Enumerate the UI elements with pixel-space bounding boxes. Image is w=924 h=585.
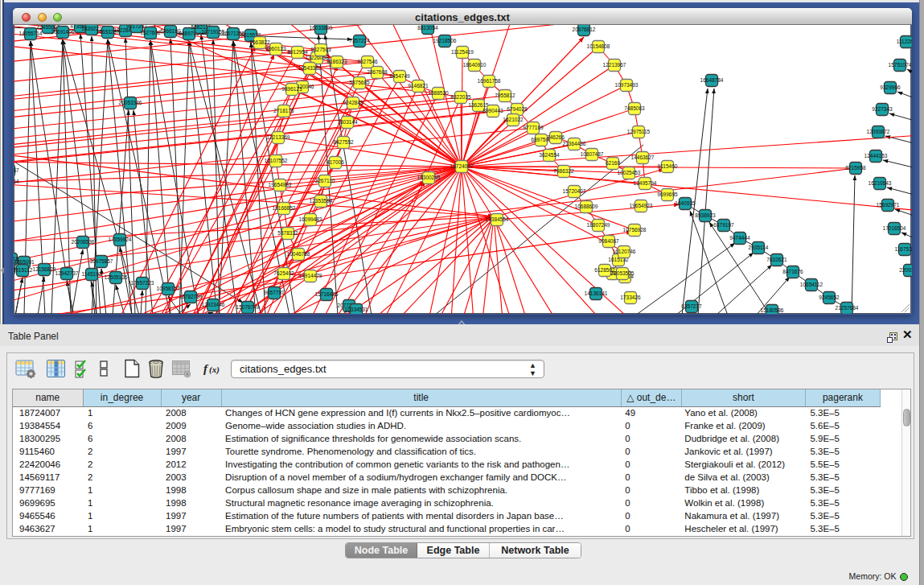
svg-text:2718176: 2718176 xyxy=(273,108,294,113)
svg-text:17016504: 17016504 xyxy=(883,225,906,231)
svg-text:16961758: 16961758 xyxy=(478,78,501,84)
svg-text:10046788: 10046788 xyxy=(287,251,310,257)
svg-text:21257684: 21257684 xyxy=(836,305,859,311)
svg-text:15692971: 15692971 xyxy=(877,202,900,208)
svg-text:12975115: 12975115 xyxy=(627,129,651,134)
svg-text:9146821: 9146821 xyxy=(408,83,429,89)
svg-text:3624554: 3624554 xyxy=(539,152,560,158)
svg-text:7357224: 7357224 xyxy=(349,38,370,43)
svg-text:9699695: 9699695 xyxy=(657,192,678,197)
svg-text:16782759: 16782759 xyxy=(179,294,203,299)
svg-text:3915112: 3915112 xyxy=(14,267,33,273)
svg-text:1145193: 1145193 xyxy=(82,271,102,277)
svg-text:8215958: 8215958 xyxy=(845,165,866,171)
svg-text:8322035: 8322035 xyxy=(450,94,471,100)
svg-text:10334531: 10334531 xyxy=(345,307,368,312)
svg-text:19218506: 19218506 xyxy=(433,38,457,43)
svg-text:8938923: 8938923 xyxy=(695,212,716,218)
svg-text:8960123: 8960123 xyxy=(265,46,286,51)
svg-text:16033809: 16033809 xyxy=(310,25,333,31)
svg-text:1733426: 1733426 xyxy=(620,295,641,300)
svg-text:10973493: 10973493 xyxy=(615,82,639,88)
svg-text:6466160: 6466160 xyxy=(160,28,181,34)
svg-text:20053346: 20053346 xyxy=(119,100,142,105)
svg-text:417006: 417006 xyxy=(326,159,344,165)
svg-text:7632621: 7632621 xyxy=(766,257,787,262)
svg-text:19299464: 19299464 xyxy=(14,179,19,184)
svg-text:11125419: 11125419 xyxy=(451,49,474,55)
svg-text:12093872: 12093872 xyxy=(867,129,890,134)
svg-text:16099483: 16099483 xyxy=(299,216,322,222)
svg-text:10154808: 10154808 xyxy=(587,43,610,49)
svg-text:19166852: 19166852 xyxy=(273,205,296,211)
svg-text:18724007: 18724007 xyxy=(450,163,474,169)
svg-text:20876812: 20876812 xyxy=(573,27,596,32)
svg-text:1527602: 1527602 xyxy=(140,30,161,35)
svg-text:5878332: 5878332 xyxy=(277,230,298,236)
svg-text:16120746: 16120746 xyxy=(613,249,636,254)
svg-text:10543382: 10543382 xyxy=(298,65,322,71)
svg-text:15076749: 15076749 xyxy=(236,304,260,310)
svg-text:15720407: 15720407 xyxy=(563,188,586,194)
svg-text:14055714: 14055714 xyxy=(19,31,43,36)
svg-text:10688609: 10688609 xyxy=(575,204,598,209)
svg-text:6357277: 6357277 xyxy=(681,303,702,309)
svg-text:7625402: 7625402 xyxy=(273,270,294,276)
svg-text:14463627: 14463627 xyxy=(631,154,655,160)
svg-text:(x): (x) xyxy=(209,365,220,375)
svg-text:16648784: 16648784 xyxy=(700,77,724,83)
svg-text:18300295: 18300295 xyxy=(417,175,441,180)
svg-text:4439167: 4439167 xyxy=(14,167,19,173)
svg-text:f: f xyxy=(203,362,209,375)
svg-text:9115460: 9115460 xyxy=(658,163,678,169)
svg-text:7663822: 7663822 xyxy=(249,39,270,45)
svg-text:7955812: 7955812 xyxy=(495,93,515,98)
svg-text:15180586: 15180586 xyxy=(761,307,784,313)
svg-text:7803144: 7803144 xyxy=(337,119,358,125)
svg-text:2935114: 2935114 xyxy=(749,245,769,250)
svg-text:8454749: 8454749 xyxy=(389,73,410,79)
svg-text:15751074: 15751074 xyxy=(889,62,912,68)
svg-text:14914479: 14914479 xyxy=(299,273,322,278)
svg-text:12213369: 12213369 xyxy=(267,134,290,140)
svg-text:19654923: 19654923 xyxy=(630,203,653,208)
svg-text:12353594: 12353594 xyxy=(310,198,333,204)
svg-text:16210643: 16210643 xyxy=(869,180,892,186)
svg-text:1588520: 1588520 xyxy=(428,90,449,96)
svg-text:746266: 746266 xyxy=(547,134,565,140)
svg-text:17359924: 17359924 xyxy=(109,237,132,242)
svg-text:12923446: 12923446 xyxy=(202,302,225,307)
svg-text:12444153: 12444153 xyxy=(864,153,888,159)
svg-text:10107552: 10107552 xyxy=(265,158,288,163)
svg-text:62160: 62160 xyxy=(606,160,620,166)
svg-text:10756928: 10756928 xyxy=(623,227,647,233)
svg-text:10807487: 10807487 xyxy=(581,151,604,157)
svg-text:5875685: 5875685 xyxy=(349,80,370,85)
svg-text:6794028: 6794028 xyxy=(507,106,528,112)
svg-text:9327546: 9327546 xyxy=(357,59,378,64)
svg-text:9657791: 9657791 xyxy=(264,290,285,295)
svg-text:7485063: 7485063 xyxy=(624,105,645,111)
svg-text:21364436: 21364436 xyxy=(563,141,586,146)
svg-text:8813054: 8813054 xyxy=(417,25,438,31)
svg-text:8912954: 8912954 xyxy=(287,49,308,55)
svg-text:12156829: 12156829 xyxy=(33,266,56,272)
svg-text:9327503: 9327503 xyxy=(310,47,331,52)
svg-text:9777169: 9777169 xyxy=(523,125,544,130)
svg-text:15716485: 15716485 xyxy=(315,291,339,297)
svg-text:12505135: 12505135 xyxy=(105,274,128,280)
svg-text:9084067: 9084067 xyxy=(598,238,619,244)
svg-text:10025453: 10025453 xyxy=(618,170,641,175)
svg-text:12942737: 12942737 xyxy=(55,270,79,276)
svg-text:1621022: 1621022 xyxy=(503,117,524,122)
svg-text:12213967: 12213967 xyxy=(603,62,626,68)
svg-text:8990443: 8990443 xyxy=(483,108,503,113)
svg-text:18640910: 18640910 xyxy=(463,62,487,68)
svg-text:8471676: 8471676 xyxy=(782,269,803,274)
svg-text:19384554: 19384554 xyxy=(486,216,509,222)
svg-text:9245652: 9245652 xyxy=(819,295,840,300)
svg-text:13495794: 13495794 xyxy=(634,180,657,186)
svg-text:20206536: 20206536 xyxy=(72,239,95,245)
svg-text:10958157: 10958157 xyxy=(157,286,180,291)
svg-text:22053505: 22053505 xyxy=(611,270,634,276)
